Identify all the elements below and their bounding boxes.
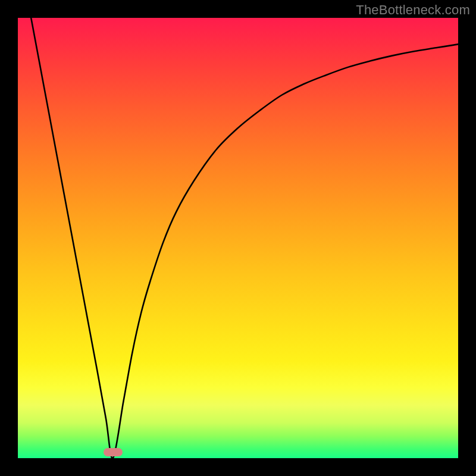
plot-area <box>18 18 458 458</box>
curve-svg <box>18 18 458 458</box>
optimal-point-marker <box>104 448 123 456</box>
bottleneck-curve-line <box>31 18 458 458</box>
chart-container: TheBottleneck.com <box>0 0 476 476</box>
watermark-label: TheBottleneck.com <box>356 2 470 18</box>
